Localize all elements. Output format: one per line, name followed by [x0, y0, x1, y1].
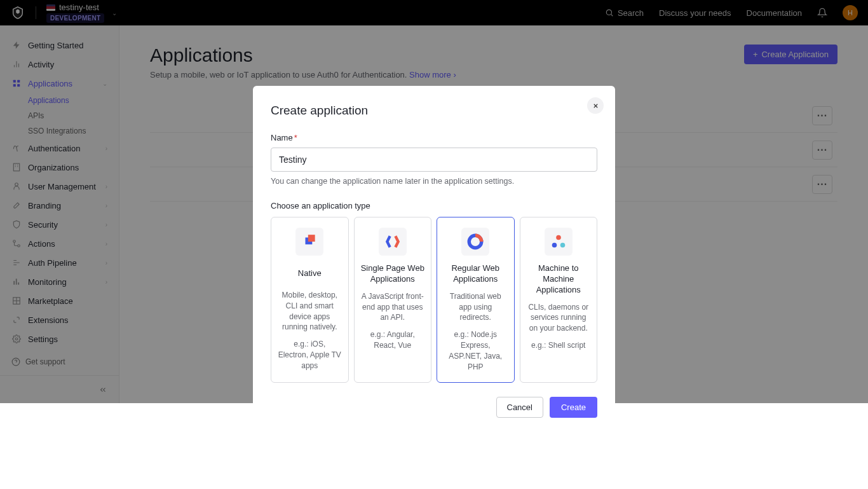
app-type-desc: Traditional web app using redirects. [444, 291, 508, 323]
svg-point-31 [556, 235, 561, 240]
app-type-icon [379, 228, 407, 256]
modal-title: Create application [271, 104, 597, 118]
app-type-example: e.g.: Shell script [531, 340, 585, 351]
app-type-title: Regular Web Applications [444, 263, 508, 285]
app-type-title: Single Page Web Applications [361, 263, 425, 285]
app-type-icon [461, 228, 489, 256]
cancel-button[interactable]: Cancel [496, 397, 543, 418]
app-type-single-page-web-applications[interactable]: Single Page Web ApplicationsA JavaScript… [354, 217, 432, 383]
app-type-desc: Mobile, desktop, CLI and smart device ap… [278, 290, 342, 333]
app-type-example: e.g.: iOS, Electron, Apple TV apps [278, 339, 342, 371]
app-type-machine-to-machine-applications[interactable]: Machine to Machine ApplicationsCLIs, dae… [520, 217, 598, 383]
application-type-grid: NativeMobile, desktop, CLI and smart dev… [271, 217, 597, 383]
app-type-example: e.g.: Angular, React, Vue [361, 329, 425, 351]
name-input[interactable] [271, 148, 597, 172]
app-type-icon [295, 228, 323, 256]
app-type-icon [545, 228, 573, 256]
svg-point-32 [552, 243, 557, 248]
app-type-native[interactable]: NativeMobile, desktop, CLI and smart dev… [271, 217, 349, 383]
app-type-desc: A JavaScript front-end app that uses an … [361, 291, 425, 323]
create-button[interactable]: Create [550, 397, 597, 418]
type-label: Choose an application type [271, 201, 597, 210]
app-type-regular-web-applications[interactable]: Regular Web ApplicationsTraditional web … [437, 217, 515, 383]
svg-point-33 [560, 243, 565, 248]
close-icon [592, 102, 599, 109]
app-type-title: Machine to Machine Applications [527, 263, 591, 296]
app-type-desc: CLIs, daemons or services running on you… [527, 302, 591, 334]
svg-rect-29 [308, 235, 315, 242]
close-button[interactable] [587, 97, 604, 114]
app-type-title: Native [298, 263, 322, 284]
create-application-modal: Create application Name* You can change … [253, 86, 615, 436]
app-type-example: e.g.: Node.js Express, ASP.NET, Java, PH… [444, 329, 508, 372]
name-help-text: You can change the application name late… [271, 177, 597, 186]
name-label: Name* [271, 133, 597, 142]
